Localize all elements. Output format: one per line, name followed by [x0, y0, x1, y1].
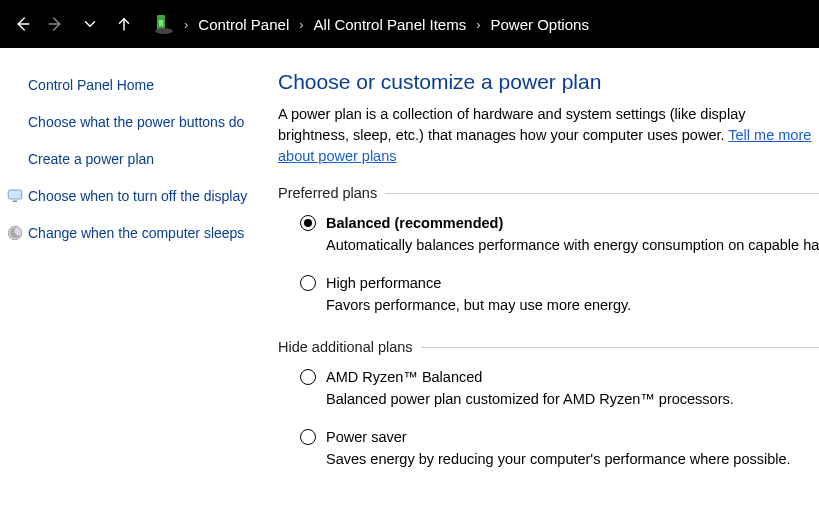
breadcrumb-item[interactable]: All Control Panel Items — [308, 12, 473, 37]
plan-option: Power saver Saves energy by reducing you… — [300, 429, 819, 467]
breadcrumb-item[interactable]: Control Panel — [192, 12, 295, 37]
svg-rect-3 — [8, 190, 22, 199]
plan-option: High performance Favors performance, but… — [300, 275, 819, 313]
plan-name: High performance — [326, 275, 441, 291]
address-bar: › Control Panel › All Control Panel Item… — [0, 0, 819, 48]
sidebar: Control Panel Home Choose what the power… — [0, 48, 260, 530]
plan-description: Saves energy by reducing your computer's… — [326, 451, 819, 467]
sidebar-home-link[interactable]: Control Panel Home — [28, 76, 250, 95]
intro-text: A power plan is a collection of hardware… — [278, 104, 819, 167]
plan-name: AMD Ryzen™ Balanced — [326, 369, 482, 385]
group-legend[interactable]: Hide additional plans — [278, 339, 413, 355]
plan-option: Balanced (recommended) Automatically bal… — [300, 215, 819, 253]
forward-button[interactable] — [40, 8, 72, 40]
sidebar-link-power-buttons[interactable]: Choose what the power buttons do — [28, 113, 250, 132]
breadcrumb-item[interactable]: Power Options — [485, 12, 595, 37]
sidebar-item-label: Choose when to turn off the display — [28, 188, 247, 204]
up-button[interactable] — [108, 8, 140, 40]
page-title: Choose or customize a power plan — [278, 70, 819, 94]
plan-radio-balanced[interactable] — [300, 215, 316, 231]
back-button[interactable] — [6, 8, 38, 40]
intro-body: A power plan is a collection of hardware… — [278, 106, 745, 143]
plan-option: AMD Ryzen™ Balanced Balanced power plan … — [300, 369, 819, 407]
plan-radio-amd-ryzen[interactable] — [300, 369, 316, 385]
sidebar-item-label: Change when the computer sleeps — [28, 225, 244, 241]
plan-radio-high-performance[interactable] — [300, 275, 316, 291]
plan-description: Automatically balances performance with … — [326, 237, 819, 253]
plan-name: Balanced (recommended) — [326, 215, 503, 231]
svg-point-2 — [155, 28, 173, 34]
monitor-icon — [6, 187, 24, 205]
moon-icon — [6, 224, 24, 242]
chevron-right-icon: › — [182, 17, 190, 32]
group-legend: Preferred plans — [278, 185, 377, 201]
svg-rect-1 — [159, 20, 163, 26]
plan-description: Favors performance, but may use more ene… — [326, 297, 819, 313]
plan-name: Power saver — [326, 429, 407, 445]
plan-radio-power-saver[interactable] — [300, 429, 316, 445]
recent-locations-dropdown[interactable] — [74, 8, 106, 40]
chevron-right-icon: › — [474, 17, 482, 32]
sidebar-link-sleep[interactable]: Change when the computer sleeps — [28, 224, 250, 243]
control-panel-icon — [152, 12, 176, 36]
plan-description: Balanced power plan customized for AMD R… — [326, 391, 819, 407]
sidebar-link-display-off[interactable]: Choose when to turn off the display — [28, 187, 250, 206]
divider — [385, 193, 819, 194]
svg-rect-4 — [13, 200, 18, 202]
content-pane: Choose or customize a power plan A power… — [260, 48, 819, 530]
additional-plans-group: Hide additional plans AMD Ryzen™ Balance… — [278, 339, 819, 467]
divider — [421, 347, 819, 348]
sidebar-link-create-plan[interactable]: Create a power plan — [28, 150, 250, 169]
chevron-right-icon: › — [297, 17, 305, 32]
preferred-plans-group: Preferred plans Balanced (recommended) A… — [278, 185, 819, 313]
